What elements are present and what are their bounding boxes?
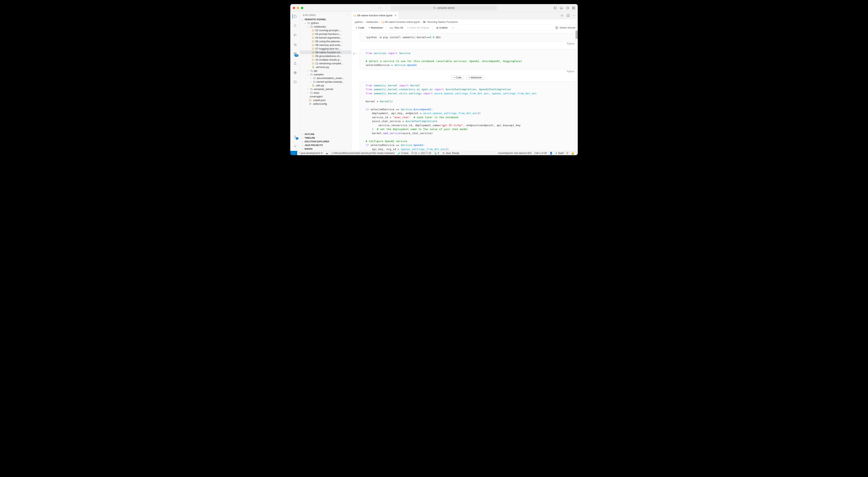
configure-notebook-icon[interactable] — [560, 14, 564, 17]
folder-kernel-syntax[interactable]: ›🗀kernel-syntax-exampl... — [300, 80, 351, 84]
layout-customize-icon[interactable] — [572, 6, 575, 9]
run-all-button[interactable]: ▷▷Run All — [388, 26, 405, 30]
file-notebook[interactable]: { }07-hugging-face-for-... — [300, 47, 351, 51]
file-notebook[interactable]: { }04-kernel-arguments... — [300, 36, 351, 39]
notebook-cell[interactable]: from semantic_kernel import Kernel from … — [360, 81, 576, 151]
panel-java[interactable]: ›JAVA PROJECTS — [300, 143, 351, 147]
activity-bar: 10 1 — [290, 12, 300, 151]
panel-outline[interactable]: ›OUTLINE — [300, 132, 351, 136]
remote-tab-icon[interactable] — [293, 70, 298, 75]
status-java[interactable]: ☕ Java: Ready — [440, 152, 461, 155]
testing-tab-icon[interactable] — [293, 61, 298, 66]
folder-doc-exam[interactable]: ›🗀documentation_exam... — [300, 76, 351, 80]
svg-rect-29 — [555, 27, 558, 29]
outline-button[interactable]: ≣Outline — [435, 26, 449, 30]
status-problems[interactable]: ⓧ 22 ⚠ 153 ⓘ 19 — [410, 151, 433, 155]
insert-markdown-button[interactable]: +Markdown — [466, 76, 484, 80]
tab-close-icon[interactable]: ✕ — [394, 14, 397, 17]
layout-sidebar-right-icon[interactable] — [566, 6, 569, 9]
file-notebook[interactable]: { }03-prompt-function-i... — [300, 32, 351, 36]
cell-chevron-icon[interactable]: ⌄ — [355, 52, 357, 55]
split-editor-icon[interactable] — [566, 14, 570, 17]
file-coveragerc[interactable]: .coveragerc — [300, 94, 351, 98]
file-notebook[interactable]: { }11-streaming-complet... — [300, 61, 351, 65]
folder-samples[interactable]: ⌄🗀samples — [300, 72, 351, 76]
file-cspell[interactable]: { }.cspell.json — [300, 98, 351, 102]
account-icon[interactable]: 1 — [293, 135, 298, 139]
panel-maven[interactable]: ›MAVEN — [300, 147, 351, 151]
panel-solution[interactable]: ›SOLUTION EXPLORER — [300, 140, 351, 143]
file-notebook[interactable]: { }09-groundedness-ch... — [300, 54, 351, 58]
svg-rect-20 — [295, 53, 296, 54]
file-py[interactable]: 🐍services.py — [300, 65, 351, 69]
code-cell-3[interactable]: from semantic_kernel import Kernel from … — [360, 81, 576, 151]
svg-rect-19 — [294, 53, 295, 54]
notebook-body[interactable]: !python -m pip install semantic-kernel==… — [351, 31, 578, 151]
project-root[interactable]: ⌄ SEMANTIC-KERNEL — [300, 18, 351, 21]
select-kernel-button[interactable]: Select Kernel — [560, 26, 575, 29]
status-branch[interactable]: ᚶ java-development ⟳ — [297, 152, 324, 155]
file-notebook[interactable]: { }02-running-prompts-... — [300, 28, 351, 32]
clear-outputs-button[interactable]: ≡Clear All Outputs — [405, 26, 431, 30]
status-codicon[interactable]: © — [565, 152, 570, 155]
chat-tab-icon[interactable] — [293, 80, 298, 85]
add-markdown-button[interactable]: +Markdown — [367, 26, 385, 30]
notebook-cell[interactable]: ▷ ⌄ from services import Service # Selec… — [360, 49, 576, 73]
status-bell-icon[interactable]: 🔔 — [570, 152, 576, 155]
explorer-more-icon[interactable]: ⋯ — [346, 14, 348, 17]
source-control-tab-icon[interactable] — [293, 33, 298, 37]
run-debug-tab-icon[interactable] — [293, 42, 298, 47]
scrollbar-thumb[interactable] — [576, 31, 578, 39]
remote-indicator[interactable] — [290, 151, 297, 155]
kernel-icon — [555, 26, 558, 29]
toolbar-more-icon[interactable]: ⋯ — [450, 26, 456, 30]
run-cell-gutter[interactable]: ▷ ⌄ — [353, 52, 357, 55]
folder-python[interactable]: ⌄🗀python — [300, 21, 351, 25]
status-copilot-icon[interactable]: 👤 — [548, 152, 554, 155]
layout-sidebar-left-icon[interactable] — [554, 6, 557, 9]
file-notebook[interactable]: { }05-using-the-planner... — [300, 39, 351, 43]
status-azure[interactable]: AzureOpenAI: text-davinci-003 — [497, 152, 533, 155]
maximize-window-button[interactable] — [301, 7, 303, 9]
command-center-search[interactable]: semantic-kernel — [391, 5, 497, 10]
explorer-tab-icon[interactable] — [292, 14, 298, 19]
code-cell-1[interactable]: !python -m pip install semantic-kernel==… — [360, 33, 576, 42]
close-window-button[interactable] — [293, 7, 295, 9]
panel-timeline[interactable]: ›TIMELINE — [300, 136, 351, 140]
tab-filename: 08-native-function-inline.ipynb — [357, 14, 393, 17]
folder-notebooks[interactable]: ⌄🗀notebooks — [300, 25, 351, 28]
nav-back-button[interactable]: ← — [379, 6, 381, 9]
editor-tabs: { } 08-native-function-inline.ipynb ✕ ⋯ — [351, 12, 578, 19]
file-editorconfig[interactable]: ⚙.editorconfig — [300, 102, 351, 106]
svg-point-14 — [294, 34, 294, 34]
search-tab-icon[interactable] — [293, 23, 298, 28]
status-cloud-icon[interactable]: ☁ — [324, 152, 330, 155]
more-actions-icon[interactable]: ⋯ — [572, 14, 575, 17]
status-radio[interactable]: 📡 0 — [433, 152, 440, 155]
notebook-cell[interactable]: !python -m pip install semantic-kernel==… — [360, 33, 576, 46]
settings-gear-icon[interactable] — [293, 144, 298, 149]
layout-panel-icon[interactable] — [560, 6, 563, 9]
folder-semantic-kernel[interactable]: ›🗀semantic_kernel — [300, 87, 351, 91]
insert-code-button[interactable]: +Code — [451, 76, 464, 80]
file-notebook[interactable]: { }06-memory-and-emb... — [300, 43, 351, 47]
folder-tests[interactable]: ›🗀tests — [300, 91, 351, 94]
nav-forward-button[interactable]: → — [385, 6, 388, 9]
run-cell-icon[interactable]: ▷ — [353, 52, 355, 55]
svg-point-25 — [295, 146, 296, 147]
status-cell[interactable]: Cell 1 of 36 — [533, 152, 548, 155]
status-tests[interactable]: 🧪 0 tests — [396, 152, 410, 155]
file-utils-py[interactable]: 🐍utils.py — [300, 84, 351, 87]
status-pr[interactable]: ⎇ MicrosoftDocs/semantic-kernel-pr#202 n… — [330, 152, 396, 155]
svg-rect-2 — [554, 7, 556, 9]
extensions-tab-icon[interactable]: 10 — [293, 52, 298, 56]
file-notebook-active[interactable]: { }08-native-function-inl... — [300, 51, 351, 54]
minimize-window-button[interactable] — [297, 7, 299, 9]
breadcrumb[interactable]: python› notebooks› { } 08-native-functio… — [351, 19, 578, 25]
tab-08-native[interactable]: { } 08-native-function-inline.ipynb ✕ — [351, 12, 399, 19]
code-cell-2[interactable]: from services import Service # Select a … — [360, 49, 576, 69]
file-notebook[interactable]: { }10-multiple-results-p... — [300, 58, 351, 61]
status-spell[interactable]: ✔ Spell — [554, 152, 565, 155]
add-code-button[interactable]: +Code — [354, 26, 366, 30]
folder-pip[interactable]: ›🗀pip — [300, 69, 351, 72]
